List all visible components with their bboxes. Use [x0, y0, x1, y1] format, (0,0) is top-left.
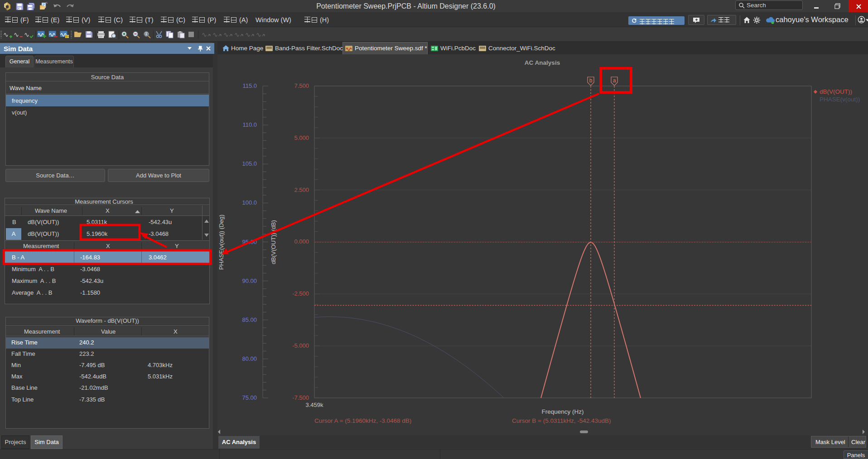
- svg-text:75.00: 75.00: [242, 394, 257, 401]
- svg-text:-7.500: -7.500: [292, 394, 309, 401]
- svg-text:Cursor A = (5.1960kHz, -3.0468: Cursor A = (5.1960kHz, -3.0468 dB): [314, 417, 411, 424]
- svg-text:7.500: 7.500: [294, 82, 309, 89]
- svg-text:dB(V(OUT)) (dB): dB(V(OUT)) (dB): [270, 220, 277, 264]
- svg-text:PHASE(v(out)) (Deg): PHASE(v(out)) (Deg): [218, 215, 225, 270]
- svg-text:a: a: [613, 77, 616, 84]
- svg-text:dB(V(OUT)): dB(V(OUT)): [820, 88, 852, 95]
- svg-text:85.00: 85.00: [242, 316, 257, 323]
- svg-text:Cursor B = (5.0311kHz, -542.43: Cursor B = (5.0311kHz, -542.43udB): [512, 417, 611, 424]
- svg-text:Frequency (Hz): Frequency (Hz): [541, 408, 583, 415]
- svg-text:115.0: 115.0: [242, 82, 257, 89]
- svg-text:90.00: 90.00: [242, 277, 257, 284]
- svg-text:105.0: 105.0: [242, 160, 257, 167]
- svg-text:3.459k: 3.459k: [305, 402, 323, 408]
- svg-text:100.0: 100.0: [242, 199, 257, 206]
- svg-text:5.000: 5.000: [294, 134, 309, 141]
- svg-text:AC Analysis: AC Analysis: [525, 59, 560, 66]
- svg-text:80.00: 80.00: [242, 355, 257, 362]
- svg-text:110.0: 110.0: [242, 121, 257, 128]
- svg-text:2.500: 2.500: [294, 186, 309, 193]
- svg-text:-5.000: -5.000: [292, 342, 309, 349]
- svg-text:0.000: 0.000: [294, 238, 309, 245]
- svg-text:PHASE(v(out)): PHASE(v(out)): [820, 96, 860, 103]
- svg-text:b: b: [589, 77, 593, 84]
- svg-text:95.00: 95.00: [242, 239, 257, 245]
- svg-text:-2.500: -2.500: [292, 290, 309, 297]
